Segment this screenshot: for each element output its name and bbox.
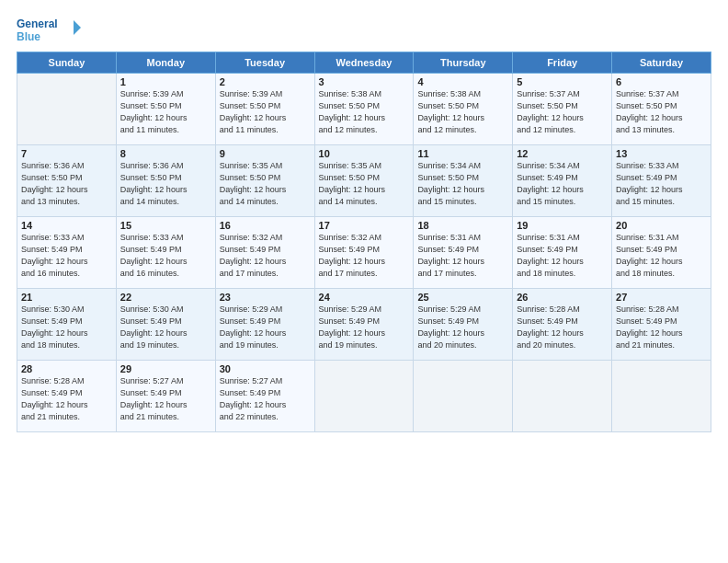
- weekday-header-friday: Friday: [513, 52, 612, 74]
- calendar-table: SundayMondayTuesdayWednesdayThursdayFrid…: [17, 52, 711, 432]
- calendar-cell: 3Sunrise: 5:38 AM Sunset: 5:50 PM Daylig…: [314, 74, 414, 145]
- calendar-cell: [612, 361, 711, 432]
- day-number: 24: [319, 292, 410, 303]
- day-number: 7: [21, 148, 112, 159]
- calendar-cell: 1Sunrise: 5:39 AM Sunset: 5:50 PM Daylig…: [116, 74, 215, 145]
- calendar-cell: 20Sunrise: 5:31 AM Sunset: 5:49 PM Dayli…: [612, 217, 711, 289]
- day-info: Sunrise: 5:27 AM Sunset: 5:49 PM Dayligh…: [220, 375, 311, 423]
- calendar-week-4: 21Sunrise: 5:30 AM Sunset: 5:49 PM Dayli…: [17, 289, 711, 361]
- day-info: Sunrise: 5:35 AM Sunset: 5:50 PM Dayligh…: [319, 160, 410, 208]
- day-info: Sunrise: 5:29 AM Sunset: 5:49 PM Dayligh…: [220, 304, 311, 351]
- day-number: 28: [21, 363, 112, 374]
- calendar-cell: [314, 361, 414, 432]
- day-info: Sunrise: 5:29 AM Sunset: 5:49 PM Dayligh…: [417, 304, 508, 351]
- weekday-header-tuesday: Tuesday: [215, 52, 314, 74]
- calendar-week-3: 14Sunrise: 5:33 AM Sunset: 5:49 PM Dayli…: [17, 217, 711, 289]
- calendar-cell: 27Sunrise: 5:28 AM Sunset: 5:49 PM Dayli…: [612, 289, 711, 361]
- day-number: 21: [21, 292, 112, 303]
- weekday-header-saturday: Saturday: [612, 52, 711, 74]
- day-number: 12: [517, 148, 608, 159]
- calendar-cell: 18Sunrise: 5:31 AM Sunset: 5:49 PM Dayli…: [414, 217, 513, 289]
- logo: General Blue: [17, 15, 81, 46]
- weekday-header-thursday: Thursday: [414, 52, 513, 74]
- calendar-cell: 5Sunrise: 5:37 AM Sunset: 5:50 PM Daylig…: [513, 74, 612, 145]
- day-number: 27: [616, 292, 707, 303]
- calendar-cell: 4Sunrise: 5:38 AM Sunset: 5:50 PM Daylig…: [414, 74, 513, 145]
- day-info: Sunrise: 5:33 AM Sunset: 5:49 PM Dayligh…: [21, 232, 112, 280]
- calendar-cell: 16Sunrise: 5:32 AM Sunset: 5:49 PM Dayli…: [215, 217, 314, 289]
- day-number: 14: [21, 220, 112, 231]
- day-number: 9: [220, 148, 311, 159]
- page-container: General Blue SundayMondayTuesdayWednesda…: [0, 0, 728, 442]
- calendar-cell: 23Sunrise: 5:29 AM Sunset: 5:49 PM Dayli…: [215, 289, 314, 361]
- calendar-week-5: 28Sunrise: 5:28 AM Sunset: 5:49 PM Dayli…: [17, 361, 711, 432]
- calendar-cell: 11Sunrise: 5:34 AM Sunset: 5:50 PM Dayli…: [414, 145, 513, 217]
- day-info: Sunrise: 5:32 AM Sunset: 5:49 PM Dayligh…: [220, 232, 311, 280]
- calendar-cell: 26Sunrise: 5:28 AM Sunset: 5:49 PM Dayli…: [513, 289, 612, 361]
- day-number: 25: [417, 292, 508, 303]
- weekday-header-sunday: Sunday: [17, 52, 117, 74]
- weekday-header-row: SundayMondayTuesdayWednesdayThursdayFrid…: [17, 52, 711, 74]
- calendar-week-1: 1Sunrise: 5:39 AM Sunset: 5:50 PM Daylig…: [17, 74, 711, 145]
- day-number: 23: [220, 292, 311, 303]
- weekday-header-wednesday: Wednesday: [314, 52, 414, 74]
- day-number: 10: [319, 148, 410, 159]
- day-info: Sunrise: 5:30 AM Sunset: 5:49 PM Dayligh…: [120, 304, 211, 351]
- svg-marker-2: [74, 20, 81, 35]
- calendar-cell: 24Sunrise: 5:29 AM Sunset: 5:49 PM Dayli…: [314, 289, 414, 361]
- day-number: 6: [616, 76, 707, 87]
- day-number: 19: [517, 220, 608, 231]
- day-number: 13: [616, 148, 707, 159]
- day-info: Sunrise: 5:38 AM Sunset: 5:50 PM Dayligh…: [319, 88, 410, 136]
- calendar-cell: 10Sunrise: 5:35 AM Sunset: 5:50 PM Dayli…: [314, 145, 414, 217]
- day-number: 16: [220, 220, 311, 231]
- day-number: 8: [120, 148, 211, 159]
- calendar-cell: 19Sunrise: 5:31 AM Sunset: 5:49 PM Dayli…: [513, 217, 612, 289]
- calendar-cell: [17, 74, 117, 145]
- day-info: Sunrise: 5:32 AM Sunset: 5:49 PM Dayligh…: [319, 232, 410, 280]
- calendar-cell: 13Sunrise: 5:33 AM Sunset: 5:49 PM Dayli…: [612, 145, 711, 217]
- day-info: Sunrise: 5:39 AM Sunset: 5:50 PM Dayligh…: [120, 88, 211, 136]
- day-number: 17: [319, 220, 410, 231]
- day-info: Sunrise: 5:31 AM Sunset: 5:49 PM Dayligh…: [417, 232, 508, 280]
- calendar-week-2: 7Sunrise: 5:36 AM Sunset: 5:50 PM Daylig…: [17, 145, 711, 217]
- day-info: Sunrise: 5:37 AM Sunset: 5:50 PM Dayligh…: [517, 88, 608, 136]
- calendar-cell: [414, 361, 513, 432]
- svg-text:Blue: Blue: [17, 30, 40, 43]
- calendar-cell: 6Sunrise: 5:37 AM Sunset: 5:50 PM Daylig…: [612, 74, 711, 145]
- day-number: 2: [220, 76, 311, 87]
- day-info: Sunrise: 5:31 AM Sunset: 5:49 PM Dayligh…: [517, 232, 608, 280]
- day-number: 29: [120, 363, 211, 374]
- day-info: Sunrise: 5:38 AM Sunset: 5:50 PM Dayligh…: [417, 88, 508, 136]
- day-info: Sunrise: 5:31 AM Sunset: 5:49 PM Dayligh…: [616, 232, 707, 280]
- day-info: Sunrise: 5:28 AM Sunset: 5:49 PM Dayligh…: [21, 375, 112, 423]
- day-number: 15: [120, 220, 211, 231]
- day-number: 22: [120, 292, 211, 303]
- day-info: Sunrise: 5:37 AM Sunset: 5:50 PM Dayligh…: [616, 88, 707, 136]
- calendar-cell: 12Sunrise: 5:34 AM Sunset: 5:49 PM Dayli…: [513, 145, 612, 217]
- day-number: 4: [417, 76, 508, 87]
- day-info: Sunrise: 5:28 AM Sunset: 5:49 PM Dayligh…: [517, 304, 608, 351]
- calendar-cell: [513, 361, 612, 432]
- calendar-cell: 15Sunrise: 5:33 AM Sunset: 5:49 PM Dayli…: [116, 217, 215, 289]
- day-number: 26: [517, 292, 608, 303]
- day-info: Sunrise: 5:33 AM Sunset: 5:49 PM Dayligh…: [120, 232, 211, 280]
- calendar-cell: 17Sunrise: 5:32 AM Sunset: 5:49 PM Dayli…: [314, 217, 414, 289]
- calendar-cell: 8Sunrise: 5:36 AM Sunset: 5:50 PM Daylig…: [116, 145, 215, 217]
- logo-svg: General Blue: [17, 15, 81, 46]
- day-info: Sunrise: 5:33 AM Sunset: 5:49 PM Dayligh…: [616, 160, 707, 208]
- day-info: Sunrise: 5:35 AM Sunset: 5:50 PM Dayligh…: [220, 160, 311, 208]
- day-info: Sunrise: 5:27 AM Sunset: 5:49 PM Dayligh…: [120, 375, 211, 423]
- calendar-cell: 9Sunrise: 5:35 AM Sunset: 5:50 PM Daylig…: [215, 145, 314, 217]
- day-number: 5: [517, 76, 608, 87]
- day-number: 18: [417, 220, 508, 231]
- day-info: Sunrise: 5:36 AM Sunset: 5:50 PM Dayligh…: [21, 160, 112, 208]
- weekday-header-monday: Monday: [116, 52, 215, 74]
- calendar-cell: 14Sunrise: 5:33 AM Sunset: 5:49 PM Dayli…: [17, 217, 117, 289]
- day-number: 11: [417, 148, 508, 159]
- day-number: 1: [120, 76, 211, 87]
- day-number: 30: [220, 363, 311, 374]
- calendar-cell: 2Sunrise: 5:39 AM Sunset: 5:50 PM Daylig…: [215, 74, 314, 145]
- calendar-cell: 22Sunrise: 5:30 AM Sunset: 5:49 PM Dayli…: [116, 289, 215, 361]
- day-number: 20: [616, 220, 707, 231]
